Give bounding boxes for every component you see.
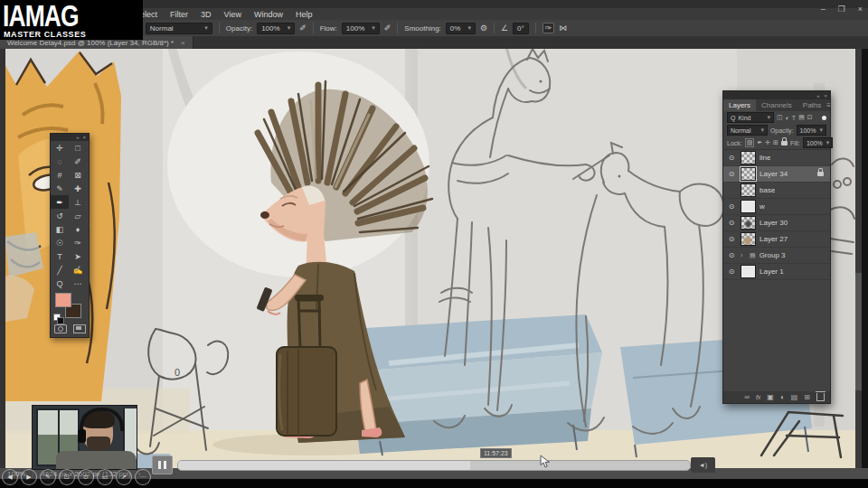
layer-fill-dropdown[interactable]: 100% ▾ [803, 137, 833, 148]
layer-thumbnail[interactable] [741, 200, 756, 213]
flow-dropdown[interactable]: 100% ▾ [342, 23, 380, 34]
player-more-button[interactable]: ⋯ [135, 469, 151, 485]
marquee-tool[interactable]: □ [69, 141, 87, 155]
blur-tool[interactable]: ♦ [69, 222, 87, 236]
layer-row[interactable]: ⊙ Layer 30 [723, 215, 830, 231]
menu-help[interactable]: Help [289, 10, 319, 19]
layers-panel-header[interactable]: « × [723, 91, 830, 99]
frame-tool[interactable]: ⊠ [69, 168, 87, 182]
type-tool[interactable]: T [51, 249, 69, 263]
clone-stamp-tool[interactable]: ⊥ [69, 195, 87, 209]
player-frame-button[interactable]: ⊡ [59, 469, 75, 485]
lasso-tool[interactable]: ◌ [51, 155, 69, 168]
lock-all-icon[interactable] [781, 141, 788, 145]
lock-pixels-icon[interactable]: ✒ [757, 139, 762, 146]
eye-icon[interactable]: ⊙ [726, 251, 737, 259]
brush-angle-field[interactable]: 0° [513, 23, 529, 34]
tab-layers[interactable]: Layers [723, 99, 756, 111]
gradient-tool[interactable]: ◧ [51, 222, 69, 236]
filter-group-icon[interactable]: ▤ [798, 114, 805, 121]
filter-pixel-icon[interactable]: ◫ [777, 114, 783, 121]
smoothing-dropdown[interactable]: 0% ▾ [446, 23, 476, 34]
collapse-icon[interactable]: » [76, 135, 79, 140]
eye-icon[interactable]: ⊙ [726, 170, 737, 178]
layer-thumbnail[interactable] [741, 232, 756, 246]
player-annotate-button[interactable]: ✎ [40, 469, 56, 485]
more-tools-button[interactable]: ⋯ [69, 277, 87, 290]
new-group-icon[interactable]: ▤ [791, 393, 798, 401]
eraser-tool[interactable]: ▱ [69, 209, 87, 222]
eye-icon[interactable]: ⊙ [726, 202, 737, 211]
link-layers-icon[interactable]: ∞ [744, 393, 750, 401]
restore-button[interactable]: ❐ [838, 5, 845, 14]
filter-kind-dropdown[interactable]: Q Kind ▾ [727, 112, 774, 123]
eye-icon[interactable]: ⊙ [726, 235, 737, 243]
new-layer-icon[interactable]: ⊞ [804, 393, 810, 401]
airbrush-flow-icon[interactable]: ✐ [384, 23, 392, 33]
lock-artboard-icon[interactable]: ⊞ [773, 139, 778, 146]
volume-button[interactable]: ◄) [691, 457, 715, 473]
lock-transparency-icon[interactable]: ▨ [745, 138, 755, 147]
close-icon[interactable]: × [82, 135, 86, 140]
expander-icon[interactable]: › [741, 252, 746, 258]
collapse-icon[interactable]: « [816, 93, 819, 99]
layer-thumbnail[interactable] [741, 183, 756, 197]
symmetry-icon[interactable]: ⋈ [559, 23, 567, 33]
history-brush-tool[interactable]: ↺ [51, 209, 69, 222]
brush-tool[interactable]: ✒ [51, 195, 69, 209]
layer-thumbnail[interactable] [741, 265, 756, 278]
eye-icon[interactable]: ⊙ [726, 154, 737, 162]
quick-mask-button[interactable] [54, 324, 67, 333]
player-share-button[interactable]: ↗ [116, 469, 132, 485]
move-tool[interactable]: ✛ [51, 141, 69, 155]
player-prev-button[interactable]: ◀ [2, 469, 18, 485]
minimize-button[interactable]: – [821, 5, 826, 14]
lock-position-icon[interactable]: ✛ [765, 139, 770, 146]
layer-row[interactable]: ⊙ base [723, 183, 830, 199]
layer-thumbnail[interactable] [741, 167, 756, 181]
layer-thumbnail[interactable] [741, 151, 756, 164]
pause-button[interactable] [152, 455, 173, 474]
layer-row[interactable]: ⊙ Layer 27 [723, 231, 830, 248]
close-icon[interactable]: × [181, 39, 185, 47]
player-screen-button[interactable]: ▭ [97, 469, 113, 485]
layer-style-icon[interactable]: fx [756, 394, 760, 400]
layer-mask-icon[interactable]: ▣ [767, 393, 774, 401]
airbrush-opacity-icon[interactable]: ✐ [299, 23, 307, 33]
layer-row[interactable]: ⊙ Layer 34 [723, 166, 830, 183]
delete-layer-icon[interactable] [816, 393, 825, 401]
panel-menu-icon[interactable]: ≡ [826, 99, 835, 111]
crop-tool[interactable]: # [51, 168, 69, 182]
line-tool[interactable]: ╱ [51, 263, 69, 277]
rotate-view-tool[interactable]: ✍ [69, 263, 87, 277]
player-zoom-button[interactable]: ⊙ [78, 469, 94, 485]
pen-tool[interactable]: ✑ [69, 236, 87, 249]
zoom-tool[interactable]: Q [51, 277, 69, 290]
healing-brush-tool[interactable]: ✚ [69, 182, 87, 195]
menu-window[interactable]: Window [248, 10, 289, 19]
layer-row[interactable]: ⊙ Layer 1 [723, 264, 830, 280]
tab-paths[interactable]: Paths [797, 99, 826, 111]
video-progress-bar[interactable] [177, 460, 691, 471]
filter-type-icon[interactable]: T [792, 115, 796, 121]
layer-row[interactable]: ⊙ line [723, 150, 830, 166]
filter-smart-icon[interactable]: ⊡ [807, 114, 813, 121]
layer-thumbnail[interactable] [741, 216, 756, 230]
quick-select-tool[interactable]: ✐ [69, 155, 87, 168]
default-colors-icon[interactable] [53, 314, 61, 321]
tools-panel-header[interactable]: » × [51, 134, 89, 141]
close-icon[interactable]: × [824, 93, 827, 99]
layer-opacity-dropdown[interactable]: 100% ▾ [797, 125, 826, 136]
blend-mode-dropdown[interactable]: Normal ▾ [146, 23, 212, 34]
layer-blend-mode-dropdown[interactable]: Normal ▾ [727, 125, 768, 136]
close-button[interactable]: × [858, 5, 863, 14]
filter-toggle[interactable] [822, 116, 826, 120]
layer-row[interactable]: ⊙ w [723, 199, 830, 215]
layer-row-group[interactable]: ⊙ › ▤ Group 3 [723, 248, 830, 264]
menu-view[interactable]: View [218, 10, 248, 19]
pressure-opacity-icon[interactable]: ✑ [542, 23, 555, 33]
menu-3d[interactable]: 3D [194, 10, 218, 19]
dodge-tool[interactable]: ☉ [51, 236, 69, 249]
eye-icon[interactable]: ⊙ [726, 219, 737, 227]
adjustment-layer-icon[interactable]: ◐ [780, 393, 785, 401]
